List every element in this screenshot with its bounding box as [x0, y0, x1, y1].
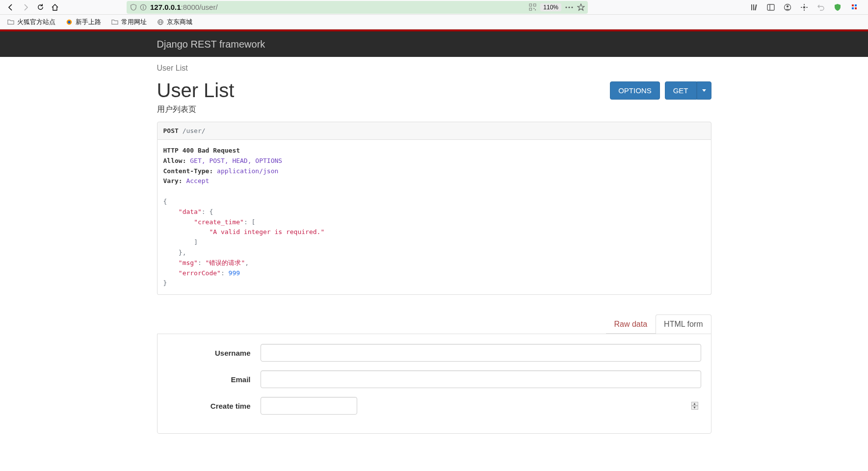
bookmarks-bar: 火狐官方站点 新手上路 常用网址 京东商城 — [0, 15, 868, 29]
svg-rect-22 — [806, 7, 808, 8]
svg-rect-20 — [804, 9, 805, 11]
get-dropdown-button[interactable] — [697, 81, 711, 100]
navbar: Django REST framework — [0, 31, 868, 57]
sidebar-icon[interactable] — [765, 1, 777, 13]
library-icon[interactable] — [748, 1, 760, 13]
bookmark-item-0[interactable]: 火狐官方站点 — [5, 16, 57, 28]
navbar-brand[interactable]: Django REST framework — [157, 39, 265, 50]
ellipsis-icon[interactable] — [565, 6, 573, 8]
header-vary-value: Accept — [186, 177, 209, 184]
breadcrumb: User List — [157, 57, 711, 79]
create-time-label: Create time — [167, 402, 261, 410]
header-content-type-label: Content-Type: — [163, 167, 213, 175]
bookmark-label: 常用网址 — [121, 18, 147, 26]
header-content-type-value: application/json — [217, 167, 278, 175]
bookmark-label: 火狐官方站点 — [17, 18, 55, 26]
svg-rect-23 — [852, 4, 854, 6]
caret-down-icon — [702, 89, 706, 92]
nav-reload-button[interactable] — [33, 1, 47, 14]
response-status: HTTP 400 Bad Request — [163, 147, 240, 154]
info-icon — [139, 3, 147, 11]
svg-rect-21 — [801, 7, 802, 8]
url-bar[interactable]: 127.0.0.1:8000/user/ 110% — [127, 1, 588, 14]
svg-rect-14 — [767, 4, 774, 10]
spinner-up-icon[interactable]: ▲ — [691, 402, 698, 406]
request-method: POST — [163, 127, 179, 134]
bookmark-item-3[interactable]: 京东商城 — [155, 16, 194, 28]
star-icon[interactable] — [577, 3, 585, 11]
svg-rect-6 — [534, 8, 535, 9]
options-button[interactable]: OPTIONS — [610, 81, 660, 100]
svg-point-9 — [568, 6, 570, 8]
reload-icon — [37, 3, 44, 11]
firefox-icon — [65, 18, 73, 26]
home-icon — [51, 3, 59, 11]
svg-rect-26 — [855, 7, 857, 9]
folder-icon — [7, 18, 15, 26]
nav-home-button[interactable] — [48, 1, 62, 14]
svg-rect-25 — [852, 7, 854, 9]
form-tabs-container: Raw data HTML form — [157, 314, 711, 334]
header-allow-value: GET, POST, HEAD, OPTIONS — [190, 157, 282, 164]
bookmark-label: 京东商城 — [167, 18, 192, 26]
arrow-right-icon — [22, 3, 29, 11]
svg-rect-13 — [755, 4, 757, 10]
folder-icon — [111, 18, 119, 26]
globe-icon — [157, 18, 164, 26]
email-label: Email — [167, 375, 261, 384]
header-allow-label: Allow: — [163, 157, 186, 164]
svg-rect-12 — [753, 4, 754, 10]
svg-point-10 — [571, 6, 573, 8]
tab-raw-data[interactable]: Raw data — [606, 314, 656, 334]
svg-rect-11 — [751, 4, 752, 10]
svg-rect-18 — [803, 6, 805, 8]
account-icon[interactable] — [782, 1, 793, 13]
email-input[interactable] — [261, 370, 701, 388]
create-time-input[interactable] — [261, 397, 357, 415]
nav-forward-button[interactable] — [19, 1, 32, 14]
url-text: 127.0.0.1:8000/user/ — [150, 3, 529, 11]
svg-point-28 — [68, 21, 70, 23]
nav-back-button[interactable] — [4, 1, 18, 14]
svg-rect-4 — [534, 4, 536, 6]
adblock-shield-icon[interactable] — [832, 1, 843, 13]
page-title: User List — [157, 79, 235, 102]
number-spinner[interactable]: ▲ ▼ — [691, 402, 698, 410]
undo-icon[interactable] — [815, 1, 827, 13]
customize-icon[interactable] — [798, 1, 810, 13]
tab-html-form[interactable]: HTML form — [656, 314, 711, 334]
svg-rect-5 — [529, 8, 532, 10]
browser-toolbar: 127.0.0.1:8000/user/ 110% — [0, 0, 868, 15]
request-path: /user/ — [183, 127, 206, 134]
arrow-left-icon — [7, 3, 15, 11]
svg-point-8 — [565, 6, 567, 8]
svg-rect-7 — [535, 9, 536, 10]
page-description: 用户列表页 — [157, 105, 235, 115]
svg-rect-3 — [529, 4, 532, 6]
zoom-badge[interactable]: 110% — [540, 3, 561, 11]
shield-icon — [130, 3, 137, 11]
svg-point-1 — [143, 5, 144, 6]
svg-rect-2 — [143, 7, 143, 9]
extension-icon[interactable] — [848, 1, 860, 13]
get-button[interactable]: GET — [665, 81, 697, 100]
response-panel: HTTP 400 Bad Request Allow: GET, POST, H… — [157, 140, 711, 295]
qr-icon[interactable] — [529, 3, 536, 11]
spinner-down-icon[interactable]: ▼ — [691, 406, 698, 410]
html-form-panel: Username Email Create time ▲ ▼ — [157, 334, 711, 434]
breadcrumb-item[interactable]: User List — [157, 64, 188, 72]
svg-rect-19 — [804, 4, 805, 5]
svg-point-17 — [787, 5, 789, 7]
username-label: Username — [167, 349, 261, 357]
bookmark-item-2[interactable]: 常用网址 — [109, 16, 149, 28]
bookmark-label: 新手上路 — [76, 18, 101, 26]
header-vary-label: Vary: — [163, 177, 183, 184]
response-body: { "data": { "create_time": [ "A valid in… — [163, 197, 705, 288]
request-info: POST /user/ — [157, 122, 711, 140]
username-input[interactable] — [261, 344, 701, 362]
bookmark-item-1[interactable]: 新手上路 — [63, 16, 103, 28]
svg-rect-24 — [855, 4, 857, 6]
